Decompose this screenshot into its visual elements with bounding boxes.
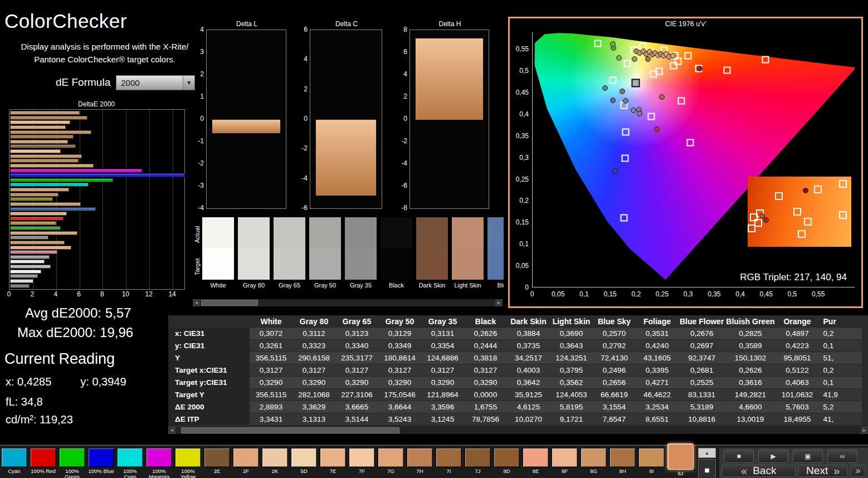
stop-button[interactable]: ■	[724, 450, 754, 463]
patch-button-8g[interactable]: 8G	[581, 448, 607, 474]
back-button[interactable]: « Back	[721, 465, 796, 477]
table-cell: 0,3127	[378, 364, 421, 377]
deltaE-bar	[10, 111, 80, 115]
inset-measurement-dot	[803, 188, 808, 193]
table-cell: 3,3596	[421, 401, 464, 413]
max-de2000: Max dE2000: 19,96	[17, 325, 167, 340]
loop-button[interactable]: ∞	[827, 450, 857, 463]
scrollbar-track[interactable]	[175, 427, 861, 434]
scroll-right-icon[interactable]: ►	[861, 427, 868, 434]
patch-label: 8I	[638, 469, 665, 474]
table-scrollbar[interactable]: ◄ ►	[168, 427, 868, 434]
patch-label: 7G	[378, 469, 404, 474]
patch-button-8i[interactable]: 8I	[638, 448, 665, 474]
patch-button-8j[interactable]: 8J	[667, 448, 694, 476]
next-button[interactable]: Next »	[798, 465, 848, 477]
scroll-right-icon[interactable]: ►	[495, 299, 503, 306]
patch-button-7h[interactable]: 7H	[407, 448, 433, 474]
patch-button-2k[interactable]: 2K	[262, 448, 288, 474]
deltaE-bar	[10, 159, 79, 163]
table-cell: 8,6551	[636, 413, 679, 426]
skip-button[interactable]: »	[850, 465, 866, 477]
swatch-label: Black	[381, 282, 412, 289]
cie-y-tick-label: 0,35	[516, 132, 529, 140]
patch-button-7j[interactable]: 7J	[465, 448, 491, 474]
deltaE-bar	[10, 255, 50, 259]
deltaE-bar	[10, 125, 66, 129]
actual-row-label: Actual	[194, 218, 202, 251]
table-cell: 0,3290	[292, 377, 335, 389]
swatch-column: Light Skin	[452, 217, 484, 291]
patch-button-5d[interactable]: 5D	[291, 448, 317, 474]
patch-label: 100% Green	[59, 469, 85, 478]
patch-button-7e[interactable]: 7E	[320, 448, 346, 474]
patch-button-8f[interactable]: 8F	[552, 448, 578, 474]
table-row: Target y:CIE310,32900,32900,32900,32900,…	[168, 377, 862, 389]
cie-y-tick-label: 0,5	[519, 67, 529, 75]
patch-swatch	[581, 448, 607, 467]
cie-target-marker	[684, 52, 691, 60]
deltaE-x-tick-label: 10	[122, 290, 129, 298]
patch-button-100-red[interactable]: 100% Red	[30, 448, 56, 474]
patch-swatch	[349, 448, 375, 467]
table-cell: 0,3643	[550, 340, 593, 352]
scrollbar-thumb[interactable]	[201, 300, 258, 306]
frame-button[interactable]: ▣	[793, 450, 823, 463]
patch-button-100-green[interactable]: 100% Green	[59, 448, 85, 478]
table-cell: 0,3290	[250, 377, 292, 389]
patch-button-100-magenta[interactable]: 100% Magenta	[146, 448, 172, 478]
patch-button-8e[interactable]: 8E	[523, 448, 549, 474]
column-header: White	[250, 315, 292, 328]
de-formula-dropdown[interactable]: 2000 ▼	[116, 75, 195, 90]
patch-button-8d[interactable]: 8D	[494, 448, 520, 474]
deltaE-chart	[9, 109, 185, 290]
table-cell: 150,1302	[725, 352, 776, 364]
deltaE-x-tick-label: 6	[77, 290, 81, 298]
cie-measurement-dot	[631, 108, 636, 113]
scroll-up-button[interactable]: ▲	[698, 448, 716, 458]
patch-button-7f[interactable]: 7F	[349, 448, 375, 474]
scroll-left-icon[interactable]: ◄	[168, 427, 175, 434]
play-button[interactable]: ▶	[758, 450, 788, 463]
cie-x-tick-label: 0,2	[631, 290, 641, 298]
scrollbar-track[interactable]	[200, 299, 495, 306]
scrollbar-thumb[interactable]	[181, 427, 399, 433]
pattern-window-button[interactable]: ■	[698, 459, 716, 478]
deltaE-bar	[10, 260, 45, 264]
target-row-label: Target	[194, 251, 202, 283]
patch-button-100-cyan[interactable]: 100% Cyan	[117, 448, 143, 478]
header: ColorChecker Display analysis is perform…	[0, 10, 201, 90]
table-cell: 3,6665	[335, 401, 378, 413]
table-cell: 41,9	[819, 389, 862, 401]
actual-swatch	[416, 217, 448, 248]
table-cell: 1,6755	[464, 401, 507, 413]
delta-axis-label: -4	[198, 204, 204, 212]
table-row: Y356,5115290,6158235,3177180,8614124,688…	[168, 352, 862, 364]
table-row: x: CIE310,30720,31120,31230,31290,31310,…	[168, 328, 862, 340]
table-cell: 0,3349	[378, 340, 421, 352]
column-header: Orange	[776, 315, 819, 328]
patch-button-7g[interactable]: 7G	[378, 448, 404, 474]
patch-button-2e[interactable]: 2E	[204, 448, 230, 474]
patch-button-cyan[interactable]: Cyan	[1, 448, 27, 474]
current-x: x: 0,4285	[6, 375, 51, 388]
patch-button-100-blue[interactable]: 100% Blue	[88, 448, 114, 474]
table-cell: 124,4053	[550, 389, 593, 401]
table-cell: 0,3127	[335, 364, 378, 377]
deltaE-x-tick-label: 0	[7, 290, 11, 298]
de-formula-value: 2000	[121, 78, 139, 87]
row-label: Y	[168, 352, 250, 364]
row-label: Target Y	[168, 389, 250, 401]
swatch-strip-scrollbar[interactable]: ◄ ►	[193, 299, 503, 306]
patch-button-7i[interactable]: 7I	[436, 448, 462, 474]
table-row: ΔE 20002,88933,36293,66653,66443,35961,6…	[168, 401, 862, 413]
patch-label: 7F	[349, 469, 375, 474]
column-header: Dark Skin	[507, 315, 550, 328]
patch-button-8h[interactable]: 8H	[609, 448, 636, 474]
patch-button-100-yellow[interactable]: 100% Yellow	[175, 448, 201, 478]
patch-button-2f[interactable]: 2F	[233, 448, 259, 474]
scroll-left-icon[interactable]: ◄	[193, 299, 200, 306]
row-label: x: CIE31	[168, 328, 250, 340]
table-cell: 3,3431	[250, 413, 292, 426]
column-header: Black	[464, 315, 507, 328]
